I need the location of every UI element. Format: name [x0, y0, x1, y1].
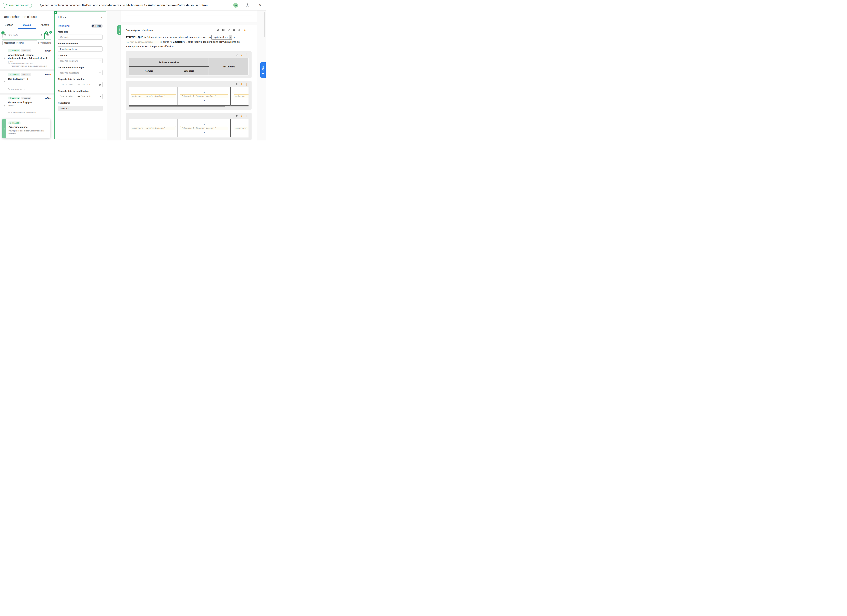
clause-link-icon: [5, 4, 7, 6]
tab-section[interactable]: Section: [0, 24, 18, 29]
tab-clause[interactable]: Clause: [18, 24, 36, 29]
date-range-separator: —: [78, 95, 80, 97]
status-badge: PUBLIÉE: [21, 97, 31, 99]
document-preview: CLAUSE Souscription d'actions ⋮ ATTENDU …: [107, 10, 266, 140]
modified-by-select[interactable]: Tous les utilisateurs: [58, 70, 103, 75]
horizontal-scrollbar[interactable]: [129, 106, 248, 107]
lock-icon[interactable]: [241, 115, 243, 117]
capital-type-select[interactable]: capital-actions: [211, 35, 232, 40]
drag-handle-icon[interactable]: [4, 57, 6, 60]
clause-search-panel: Rechercher une clause Section Clause Ann…: [0, 10, 54, 140]
date-end-placeholder: Date de fin: [81, 95, 97, 97]
filters-header: Filtres ×: [58, 16, 103, 19]
keywords-select-value: Mots-clés: [60, 36, 69, 38]
date-start-placeholder: Date de début: [60, 95, 77, 97]
cell-categorie: « »: [178, 119, 230, 137]
clause-card[interactable]: CLAUSE PUBLIÉE edilex test ELIZABETH 1 A…: [0, 71, 54, 93]
prix-unitaire-input[interactable]: [234, 126, 248, 130]
vertical-scrollbar[interactable]: [264, 12, 265, 37]
chevron-down-icon: [99, 36, 101, 38]
clause-side-tab-label: CLAUSE: [118, 26, 120, 34]
edilex-logo-text: edile: [45, 49, 50, 52]
lock-icon[interactable]: [241, 53, 243, 56]
clause-type-badge-label: CLAUSE: [12, 74, 19, 75]
modified-date-range-input[interactable]: Date de début — Date de fin: [58, 94, 103, 99]
drag-handle-icon[interactable]: [4, 104, 6, 107]
clause-toolbar: ⋮: [217, 29, 252, 31]
subscription-row-table-overflow: [231, 87, 248, 106]
edilex-logo-x: x: [50, 97, 51, 99]
page-title: Ajouter du contenu au document 02-Décisi…: [40, 4, 208, 7]
edit-icon[interactable]: [227, 29, 230, 31]
filter-group-modified-range: Plage de date de modification Date de dé…: [58, 90, 103, 99]
horizontal-scrollbar-thumb[interactable]: [129, 106, 224, 107]
clause-card[interactable]: CLAUSE PUBLIÉE edilex Acceptation du man…: [0, 47, 54, 69]
search-icon: [4, 34, 6, 36]
delete-icon[interactable]: [236, 53, 238, 56]
delete-icon[interactable]: [236, 83, 238, 86]
topbar: AJOUT DE CLAUSES Ajouter du contenu au d…: [0, 0, 266, 10]
filter-label: Dernière modification par: [58, 66, 103, 69]
categorie-actions-input[interactable]: [180, 126, 228, 130]
delete-icon[interactable]: [236, 115, 238, 117]
block-toolbar: ⋮: [129, 82, 248, 87]
edilex-logo-x: x: [50, 73, 51, 76]
reset-filters-link[interactable]: Réinitialiser: [58, 25, 70, 27]
clause-card[interactable]: CLAUSE PUBLIÉE edilex Ordre chronologiqu…: [0, 95, 54, 116]
search-input[interactable]: [7, 34, 39, 36]
table-col-nombre: Nombre: [129, 66, 169, 75]
nombre-actions-input[interactable]: [131, 126, 176, 130]
card-badges: CLAUSE PUBLIÉE edilex: [8, 73, 51, 76]
create-clause-description: Pour ajouter faire glisser vers la table…: [9, 129, 47, 135]
date-range-separator: —: [78, 83, 80, 86]
select-arrow-icon: [229, 35, 232, 40]
close-button[interactable]: ×: [259, 3, 261, 7]
chevron-down-icon: [99, 72, 101, 74]
delete-icon[interactable]: [233, 29, 235, 31]
clause-side-tab[interactable]: CLAUSE: [117, 25, 121, 35]
avatar[interactable]: SK: [233, 3, 238, 7]
prix-unitaire-input[interactable]: [234, 95, 248, 98]
help-button[interactable]: ?: [246, 3, 249, 7]
creator-select[interactable]: Tous les créateurs: [58, 58, 103, 64]
sort-icon[interactable]: [40, 34, 42, 36]
more-options-icon[interactable]: ⋮: [245, 83, 248, 86]
clause-card-keywords: AVERTISSEMENT, UTILISATION: [8, 112, 51, 114]
keywords-text: ADMINISTRATEUR UNIQUE, ADMINISTRATEURS, …: [11, 62, 48, 67]
cell-prix: [231, 87, 249, 105]
created-date-range-input[interactable]: Date de début — Date de fin: [58, 82, 103, 87]
clause-link-icon: [9, 74, 11, 75]
lock-icon[interactable]: [243, 29, 246, 31]
comment-add-icon[interactable]: [222, 29, 225, 31]
add-clauses-button[interactable]: AJOUT DE CLAUSES: [3, 3, 32, 8]
create-clause-drag-handle[interactable]: [2, 119, 6, 138]
clause-card-title: test ELIZABETH 1: [8, 78, 51, 81]
active-filters-count: 1: [91, 25, 94, 27]
more-options-icon[interactable]: ⋮: [249, 29, 252, 31]
emitter-name-input[interactable]: [126, 40, 159, 44]
drag-handle-icon: [3, 128, 6, 130]
tag-icon: [8, 62, 10, 64]
help-panel-tab[interactable]: Aide: [260, 62, 266, 78]
create-clause-card[interactable]: CLAUSE Créer une clause Pour ajouter fai…: [2, 119, 50, 138]
keywords-select[interactable]: Mots-clés: [58, 35, 103, 40]
headset-icon: [262, 72, 264, 74]
close-filters-icon[interactable]: ×: [101, 16, 103, 19]
replace-icon[interactable]: [238, 29, 241, 31]
more-options-icon[interactable]: ⋮: [245, 53, 248, 56]
drag-handle-icon[interactable]: [4, 80, 6, 84]
guillemet-open: «: [204, 91, 205, 93]
categorie-actions-input[interactable]: [180, 95, 228, 98]
source-select[interactable]: Tous les contenus: [58, 46, 103, 52]
nombre-actions-input[interactable]: [131, 95, 176, 98]
lock-icon[interactable]: [241, 83, 243, 86]
tab-annexe[interactable]: Annexe: [36, 24, 54, 29]
move-clause-icon[interactable]: [217, 29, 219, 31]
sort-order-select[interactable]: Modification (récente): [2, 40, 37, 45]
page-title-prefix: Ajouter du contenu au document: [40, 4, 81, 7]
keywords-text: AUCUN MOT-CLÉ: [11, 88, 25, 91]
search-field[interactable]: [2, 32, 44, 38]
filter-label: Source de contenu: [58, 42, 103, 45]
clause-link-icon: [9, 97, 11, 99]
more-options-icon[interactable]: ⋮: [245, 115, 248, 118]
